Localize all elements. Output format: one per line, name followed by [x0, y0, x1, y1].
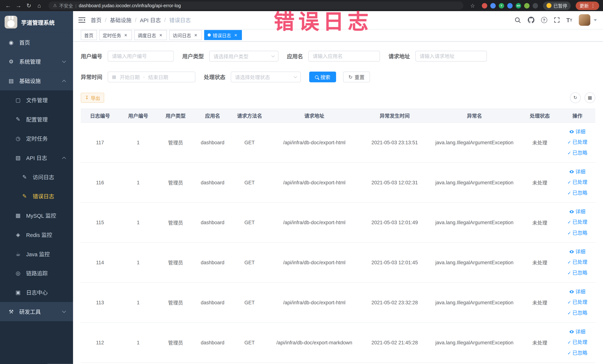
- tab-home[interactable]: 首页: [81, 30, 97, 40]
- chevron-down-icon: [594, 19, 597, 21]
- fullscreen-icon[interactable]: [554, 17, 560, 23]
- cell-id: 112: [81, 323, 119, 363]
- back-icon[interactable]: ←: [4, 2, 12, 9]
- sidebar-item-infra[interactable]: ▤基础设施: [0, 71, 73, 91]
- detail-link[interactable]: 详细: [561, 166, 594, 177]
- export-button[interactable]: ↧ 导出: [81, 93, 104, 103]
- mark-ignored-link[interactable]: ✓已忽略: [561, 348, 594, 358]
- detail-link[interactable]: 详细: [561, 127, 594, 137]
- breadcrumb-item[interactable]: 基础设施: [110, 16, 131, 24]
- extension-green-y-icon[interactable]: Y: [499, 3, 504, 8]
- column-header: 应用名: [194, 109, 231, 123]
- cell-app: dashboard: [194, 163, 231, 203]
- cell-user-type: 管理员: [157, 282, 194, 323]
- address-bar[interactable]: ⚠ 不安全 | dashboard.yudao.iocoder.cn/infra…: [48, 1, 463, 10]
- sidebar-item-redis[interactable]: ◈Redis 监控: [0, 225, 73, 244]
- mark-ignored-link[interactable]: ✓已忽略: [561, 148, 594, 159]
- mark-ignored-link[interactable]: ✓已忽略: [561, 268, 594, 279]
- forward-icon[interactable]: →: [14, 2, 23, 9]
- process-status-select[interactable]: 请选择处理状态: [231, 71, 301, 82]
- detail-link[interactable]: 详细: [561, 327, 594, 337]
- extension-blue-grid-icon[interactable]: [507, 3, 512, 8]
- mark-ignored-link[interactable]: ✓已忽略: [561, 188, 594, 199]
- detail-link[interactable]: 详细: [561, 247, 594, 257]
- user-type-select[interactable]: 请选择用户类型: [209, 51, 278, 61]
- search-button[interactable]: 搜索: [309, 71, 336, 82]
- download-icon: ↧: [85, 95, 89, 100]
- end-date-placeholder: 结束日期: [148, 73, 168, 81]
- breadcrumb-item[interactable]: API 日志: [140, 16, 161, 24]
- detail-link[interactable]: 详细: [561, 287, 594, 297]
- doc-icon: ✎: [21, 174, 28, 180]
- range-separator: -: [143, 74, 145, 80]
- cell-status: 未处理: [520, 123, 559, 163]
- column-settings-button[interactable]: ▦: [584, 92, 595, 103]
- browser-update-button[interactable]: 更新 ⋮: [576, 1, 599, 10]
- github-icon[interactable]: [528, 16, 534, 23]
- browser-menu-icon[interactable]: ⋮: [591, 3, 595, 8]
- sidebar-item-trace[interactable]: ◎链路追踪: [0, 263, 73, 283]
- mark-processed-link[interactable]: ✓已处理: [561, 337, 594, 348]
- sidebar-item-mysql[interactable]: ▦MySQL 监控: [0, 206, 73, 225]
- tab-access-log[interactable]: 访问日志×: [169, 30, 202, 40]
- sidebar-item-log-center[interactable]: ▣日志中心: [0, 283, 73, 302]
- mark-processed-link[interactable]: ✓已处理: [561, 297, 594, 308]
- detail-link[interactable]: 详细: [561, 207, 594, 217]
- sidebar-item-label: 定时任务: [26, 135, 48, 142]
- sidebar-item-label: 错误日志: [33, 192, 54, 200]
- reload-icon[interactable]: ↻: [25, 2, 33, 9]
- close-icon[interactable]: ×: [233, 32, 238, 38]
- tab-job-log[interactable]: 调度日志×: [134, 30, 167, 40]
- reset-button[interactable]: ↻ 重置: [343, 71, 370, 82]
- user-avatar[interactable]: [579, 14, 590, 26]
- sidebar-item-file[interactable]: ▢文件管理: [0, 91, 73, 110]
- search-icon[interactable]: [514, 17, 521, 23]
- extension-leaf-icon[interactable]: [524, 3, 530, 8]
- profile-emoji-icon: [546, 3, 551, 8]
- mark-processed-link[interactable]: ✓已处理: [561, 257, 594, 268]
- action-label: 已处理: [572, 339, 587, 345]
- cell-user-id: 1: [119, 282, 157, 323]
- sidebar-item-home[interactable]: ◉首页: [0, 33, 73, 52]
- extension-blue-drop-icon[interactable]: [490, 3, 496, 8]
- sidebar-toggle[interactable]: [78, 17, 85, 23]
- extension-on-badge-icon[interactable]: on: [516, 3, 521, 8]
- browser-home-icon[interactable]: ⌂: [35, 2, 44, 9]
- mark-ignored-link[interactable]: ✓已忽略: [561, 308, 594, 318]
- close-icon[interactable]: ×: [123, 32, 128, 38]
- font-size-icon[interactable]: TT: [566, 17, 572, 23]
- close-icon[interactable]: ×: [158, 32, 163, 38]
- sidebar-item-system[interactable]: ⚙系统管理: [0, 52, 73, 71]
- sidebar-item-java[interactable]: ☕Java 监控: [0, 244, 73, 263]
- extension-paw-icon[interactable]: [533, 3, 538, 8]
- profile-paused-badge[interactable]: 已暂停: [543, 1, 570, 10]
- sidebar-item-job[interactable]: ◷定时任务: [0, 129, 73, 148]
- tab-job[interactable]: 定时任务×: [99, 30, 132, 40]
- user-id-field: 用户编号: [81, 51, 174, 61]
- close-icon[interactable]: ×: [193, 32, 198, 38]
- table-toolbar: ↧ 导出 ↻ ▦: [81, 92, 595, 103]
- refresh-table-button[interactable]: ↻: [570, 92, 581, 103]
- tab-error-log[interactable]: 错误日志×: [204, 30, 242, 40]
- app-name-input[interactable]: [308, 51, 380, 61]
- mark-processed-link[interactable]: ✓已处理: [561, 177, 594, 188]
- mark-processed-link[interactable]: ✓已处理: [561, 217, 594, 228]
- breadcrumb-item[interactable]: 首页: [91, 16, 102, 24]
- sidebar-item-api-log[interactable]: ▧API 日志: [0, 148, 73, 167]
- security-label: 不安全: [59, 2, 73, 9]
- java-icon: ☕: [15, 251, 22, 257]
- sidebar-item-devtools[interactable]: ⚒研发工具: [0, 302, 73, 321]
- sidebar-item-access-log[interactable]: ✎访问日志: [0, 167, 73, 187]
- mark-ignored-link[interactable]: ✓已忽略: [561, 228, 594, 238]
- request-url-input[interactable]: [415, 51, 487, 61]
- app-logo[interactable]: 芋道管理系统: [0, 11, 73, 33]
- mark-processed-link[interactable]: ✓已处理: [561, 137, 594, 148]
- extension-red-ball-icon[interactable]: [482, 3, 487, 8]
- bookmark-star-icon[interactable]: ☆: [468, 2, 477, 9]
- help-icon[interactable]: ?: [541, 17, 547, 23]
- user-id-input[interactable]: [108, 51, 174, 61]
- sidebar-item-error-log[interactable]: ✎错误日志: [0, 187, 73, 206]
- update-label: 更新: [580, 2, 589, 9]
- exception-time-range[interactable]: ▦ 开始日期 - 结束日期: [108, 71, 195, 82]
- sidebar-item-config[interactable]: ✎配置管理: [0, 110, 73, 129]
